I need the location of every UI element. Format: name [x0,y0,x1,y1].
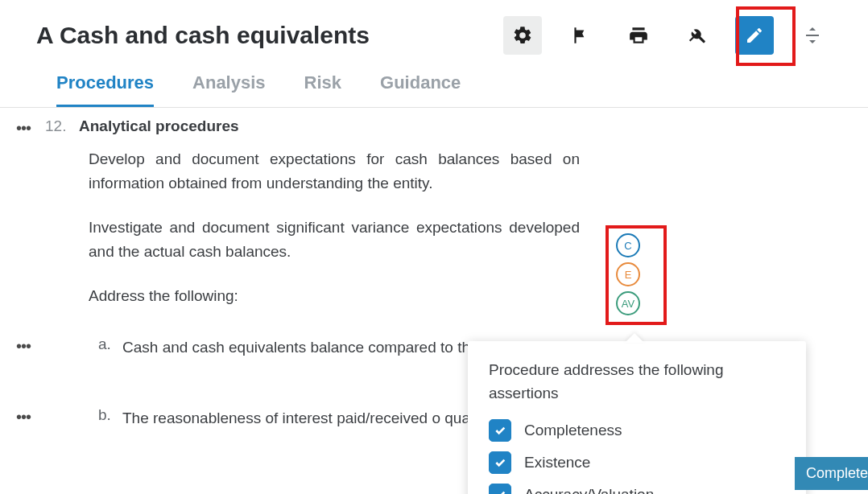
procedure-number: 12. [45,117,71,135]
assertion-label: Completeness [524,422,622,439]
checkbox-existence[interactable] [489,451,511,474]
tools-icon [686,25,707,46]
complete-button[interactable]: Complete [795,457,868,490]
procedure-paragraph-3: Address the following: [89,284,580,308]
collapse-icon [803,26,822,45]
assertion-label: Existence [524,454,590,471]
assertions-popover: Procedure addresses the following assert… [468,341,806,494]
tab-risk[interactable]: Risk [304,72,341,107]
flag-button[interactable] [561,16,600,55]
assertion-row-completeness[interactable]: Completeness [489,419,785,442]
bubble-accuracy-valuation[interactable]: AV [616,291,640,315]
tabs: Procedures Analysis Risk Guidance [0,63,868,108]
checkbox-completeness[interactable] [489,419,511,442]
gear-icon [512,25,533,46]
procedure-paragraph-2: Investigate and document significant var… [89,216,580,265]
settings-button[interactable] [503,16,542,55]
assertion-row-accuracy[interactable]: Accuracy/Valuation [489,484,785,494]
assertion-row-existence[interactable]: Existence [489,451,785,474]
flag-icon [570,25,591,46]
bubble-existence[interactable]: E [616,262,640,286]
page-title: A Cash and cash equivalents [36,22,503,49]
sub-letter-a: a. [98,336,114,353]
print-icon [628,25,649,46]
tab-procedures[interactable]: Procedures [56,72,154,107]
toolbar [503,16,832,55]
checkbox-accuracy[interactable] [489,484,511,494]
pencil-icon [745,26,764,45]
item-menu-icon[interactable]: ••• [16,336,37,356]
print-button[interactable] [619,16,658,55]
bubble-completeness[interactable]: C [616,233,640,257]
tools-button[interactable] [677,16,716,55]
tab-guidance[interactable]: Guidance [380,72,461,107]
assertion-bubbles: C E AV [616,233,640,315]
popover-title: Procedure addresses the following assert… [489,359,785,405]
tab-analysis[interactable]: Analysis [192,72,266,107]
procedure-paragraph-1: Develop and document expectations for ca… [89,147,580,196]
edit-button[interactable] [735,16,774,55]
item-menu-icon[interactable]: ••• [16,117,37,138]
assertion-label: Accuracy/Valuation [524,486,654,494]
procedure-title: Analytical procedures [79,117,239,135]
item-menu-icon[interactable]: ••• [16,406,37,426]
collapse-button[interactable] [793,16,832,55]
sub-letter-b: b. [98,406,114,424]
